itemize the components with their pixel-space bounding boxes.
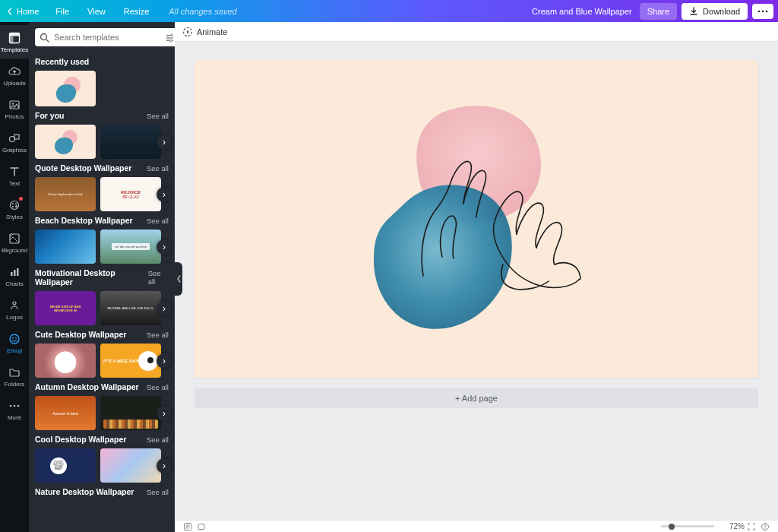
rail-text[interactable]: Text: [0, 159, 29, 192]
template-thumb[interactable]: IT'S A NICE DAY!: [100, 344, 161, 378]
svg-point-22: [15, 337, 17, 339]
notes-icon: [183, 522, 192, 531]
rail-folders[interactable]: Folders: [0, 359, 29, 393]
svg-rect-35: [198, 524, 204, 529]
see-all-cool[interactable]: See all: [147, 435, 169, 444]
timer-button[interactable]: [194, 522, 208, 531]
rail-uploads[interactable]: Uploads: [0, 59, 29, 92]
see-all-nature[interactable]: See all: [147, 488, 169, 496]
svg-point-26: [41, 33, 47, 40]
section-autumn: Autumn Desktop Wallpaper: [35, 382, 139, 391]
download-button[interactable]: Download: [682, 3, 748, 20]
template-thumb[interactable]: [35, 230, 96, 264]
section-recently-used: Recently used: [35, 52, 169, 71]
row-next-button[interactable]: ›: [157, 353, 172, 369]
home-button[interactable]: Home: [0, 7, 46, 16]
animate-icon: [182, 27, 193, 37]
search-filter-button[interactable]: [163, 31, 176, 43]
add-page-button[interactable]: + Add page: [194, 388, 758, 408]
rail-graphics-label: Graphics: [2, 147, 27, 154]
home-label: Home: [17, 7, 39, 16]
menu-file[interactable]: File: [46, 7, 78, 16]
template-thumb[interactable]: Dream big but dare to fail: [35, 177, 96, 211]
see-all-beach[interactable]: See all: [147, 217, 169, 225]
row-next-button[interactable]: ›: [157, 187, 172, 202]
rail-more[interactable]: More: [0, 393, 29, 426]
fullscreen-button[interactable]: [745, 522, 758, 531]
more-icon: [8, 399, 21, 413]
template-thumb[interactable]: [35, 71, 96, 106]
row-next-button[interactable]: ›: [157, 135, 172, 150]
template-thumb[interactable]: [35, 125, 96, 159]
rail-styles-label: Styles: [6, 214, 23, 220]
template-thumb[interactable]: [100, 448, 161, 483]
template-thumb[interactable]: [100, 396, 161, 430]
chevron-left-icon: [6, 8, 14, 15]
page-scroll[interactable]: + Add page: [175, 42, 778, 520]
template-thumb[interactable]: Autumn is here: [35, 396, 96, 430]
row-next-button[interactable]: ›: [157, 458, 172, 473]
row-next-button[interactable]: ›: [157, 239, 172, 255]
more-menu-button[interactable]: [752, 4, 773, 19]
rail-background[interactable]: Bkground: [0, 226, 29, 259]
svg-rect-5: [10, 36, 14, 43]
template-thumb[interactable]: NEVER GIVE UP AND NEVER GIVE IN: [35, 291, 96, 325]
status-bar: 72%: [175, 520, 778, 532]
search-icon: [40, 33, 49, 43]
section-quote: Quote Desktop Wallpaper: [35, 163, 131, 173]
folders-icon: [8, 366, 21, 379]
search-input[interactable]: [54, 33, 159, 42]
template-thumb[interactable]: [100, 125, 161, 159]
svg-point-37: [764, 528, 765, 529]
rail-logos[interactable]: Logos: [0, 293, 29, 326]
menu-view[interactable]: View: [78, 7, 115, 16]
page-artwork: [351, 90, 602, 348]
panel-collapse-handle[interactable]: [175, 262, 182, 296]
canvas-page[interactable]: [194, 60, 758, 378]
rail-styles[interactable]: Styles: [0, 192, 29, 226]
row-next-button[interactable]: ›: [157, 406, 172, 421]
templates-icon: [8, 31, 21, 45]
templates-panel: Recently used For you See all › Quote De…: [29, 22, 175, 532]
fullscreen-icon: [747, 522, 756, 531]
see-all-motivational[interactable]: See all: [148, 269, 169, 286]
notes-button[interactable]: [181, 522, 194, 531]
text-icon: [8, 165, 21, 179]
thumb-text-2: BE GLAD: [122, 195, 139, 199]
left-tool-rail: Templates Uploads Photos Graphics Text S…: [0, 22, 29, 532]
rail-photos-label: Photos: [5, 114, 24, 120]
menu-resize[interactable]: Resize: [115, 7, 159, 16]
canvas-toolbar: Animate: [175, 22, 778, 42]
svg-rect-17: [14, 270, 16, 276]
share-button[interactable]: Share: [640, 3, 677, 20]
templates-scroll[interactable]: Recently used For you See all › Quote De…: [29, 52, 175, 532]
row-next-button[interactable]: ›: [157, 301, 172, 316]
page-view-icon: [197, 522, 206, 531]
template-thumb[interactable]: BE FREE, AND LIVE LIFE FULLY.: [100, 291, 161, 325]
template-search-box[interactable]: [35, 28, 179, 46]
rail-photos[interactable]: Photos: [0, 92, 29, 125]
zoom-slider[interactable]: [661, 525, 714, 527]
rail-graphics[interactable]: Graphics: [0, 125, 29, 159]
template-thumb[interactable]: Let the sea set you free: [100, 230, 161, 264]
rail-templates-label: Templates: [1, 47, 28, 53]
see-all-autumn[interactable]: See all: [147, 383, 169, 391]
svg-point-28: [166, 36, 169, 39]
rail-charts[interactable]: Charts: [0, 259, 29, 293]
animate-button[interactable]: Animate: [182, 27, 227, 37]
see-all-for-you[interactable]: See all: [147, 112, 169, 120]
zoom-slider-knob[interactable]: [669, 524, 675, 530]
animate-label: Animate: [197, 27, 227, 36]
rail-emoji[interactable]: Emoji: [0, 326, 29, 359]
document-title[interactable]: Cream and Blue Wallpaper: [532, 7, 640, 16]
zoom-value[interactable]: 72%: [719, 522, 745, 530]
template-thumb[interactable]: [35, 344, 96, 378]
template-thumb[interactable]: REJOICE BE GLAD: [100, 177, 161, 211]
background-icon: [8, 232, 21, 245]
see-all-quote[interactable]: See all: [147, 164, 169, 173]
template-thumb[interactable]: IT'S NOT BUT YOU YOU'RE READY: [35, 448, 96, 483]
help-button[interactable]: [758, 522, 772, 531]
see-all-cute[interactable]: See all: [147, 331, 169, 339]
sliders-icon: [165, 33, 175, 43]
rail-templates[interactable]: Templates: [0, 25, 29, 59]
